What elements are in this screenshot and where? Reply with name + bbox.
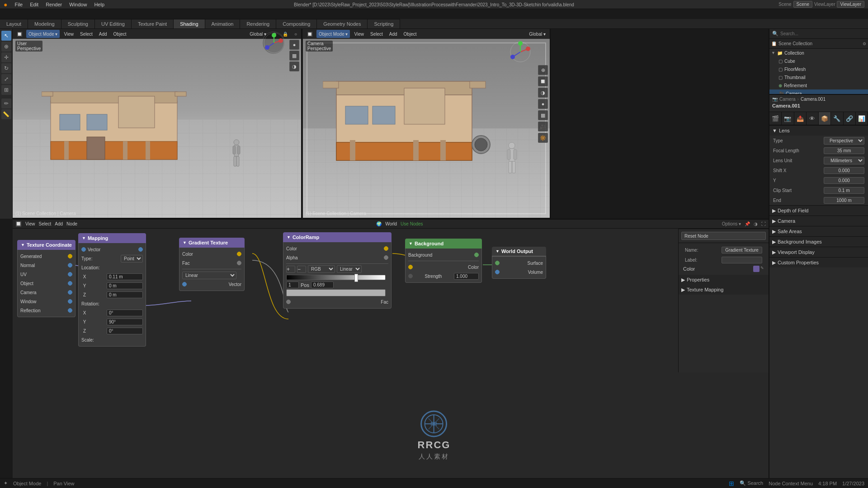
ne-view-btn[interactable]: View <box>25 221 35 226</box>
ne-options[interactable]: Options ▾ <box>722 221 741 226</box>
scene-selector[interactable]: Scene <box>793 1 812 8</box>
node-gradient-type-select[interactable]: Linear <box>182 272 236 279</box>
ne-add-btn[interactable]: Add <box>55 221 63 226</box>
tool-select[interactable]: ↖ <box>1 31 11 41</box>
socket-reflection-out[interactable] <box>68 308 72 313</box>
sc-filter[interactable]: ⚙ <box>863 42 866 46</box>
socket-cr-color-out[interactable] <box>384 246 388 251</box>
node-mapping-type-select[interactable]: Point <box>121 255 143 263</box>
dof-header[interactable]: ▶ Depth of Field <box>769 206 868 216</box>
vp-proportional[interactable]: ○ <box>292 30 299 38</box>
socket-uv-out[interactable] <box>68 272 72 277</box>
vp-add-menu[interactable]: Add <box>97 30 109 38</box>
viewlayer-selector[interactable]: ViewLayer <box>837 1 864 8</box>
np-color-edit[interactable]: ✎ <box>760 266 764 272</box>
cam-tool-4[interactable]: ● <box>538 99 548 109</box>
shift-y-input[interactable]: 0.000 <box>824 177 864 184</box>
node-bg-strength-input[interactable]: 1.000 <box>454 273 479 280</box>
node-gradient-texture[interactable]: ▼ Gradient Texture Color Fac Linear <box>179 238 245 291</box>
cam-tool-1[interactable]: ⊕ <box>538 65 548 75</box>
viewport-3d-left[interactable]: 🔲 Object Mode ▾ View Select Add Object G… <box>13 29 302 219</box>
menu-render[interactable]: Render <box>42 0 66 9</box>
tab-animation[interactable]: Animation <box>205 19 241 28</box>
np-reset-btn[interactable]: Reset Node <box>681 232 766 240</box>
prop-tab-object[interactable]: 📦 <box>819 112 831 125</box>
cr-mode-select[interactable]: Linear <box>337 265 362 273</box>
node-world-output[interactable]: ▼ World Output Surface Volume <box>492 247 546 279</box>
tree-floormesh[interactable]: ▢ FloorMesh <box>769 65 868 73</box>
prop-tab-scene[interactable]: 🎬 <box>769 112 782 125</box>
node-mapping-rot-y-input[interactable] <box>107 319 143 325</box>
tab-shading[interactable]: Shading <box>174 19 205 28</box>
vp-object-mode[interactable]: Object Mode ▾ <box>26 30 60 38</box>
socket-camera-out[interactable] <box>68 290 72 295</box>
cam-tool-3[interactable]: ◑ <box>538 88 548 98</box>
vp-view-menu[interactable]: View <box>61 30 76 38</box>
tab-layout[interactable]: Layout <box>0 19 28 28</box>
socket-object-out[interactable] <box>68 281 72 286</box>
np-texture-mapping-section[interactable]: ▶ Texture Mapping <box>679 285 769 295</box>
tab-compositing[interactable]: Compositing <box>276 19 317 28</box>
vp-object-mode-r[interactable]: Object Mode ▾ <box>316 30 350 38</box>
cr-remove-stop[interactable]: − <box>297 266 306 273</box>
menu-help[interactable]: Help <box>90 0 108 9</box>
cr-stop-pos[interactable]: 0.689 <box>311 282 334 288</box>
taskbar-search[interactable]: 🔍 Search <box>740 480 763 486</box>
ne-use-nodes[interactable]: Use Nodes <box>401 221 423 226</box>
node-tex-coordinate[interactable]: ▼ Texture Coordinate Generated Normal UV… <box>17 240 75 317</box>
prop-tab-data[interactable]: 📊 <box>856 112 868 125</box>
prop-tab-render[interactable]: 📷 <box>782 112 794 125</box>
socket-gradient-color-out[interactable] <box>237 252 241 256</box>
cr-color-preview[interactable] <box>286 289 386 296</box>
bg-images-header[interactable]: ▶ Background Images <box>769 237 868 247</box>
focal-length-input[interactable]: 35 mm <box>824 147 864 154</box>
socket-normal-out[interactable] <box>68 263 72 267</box>
np-label-input[interactable] <box>722 257 762 263</box>
node-mapping-loc-x-input[interactable] <box>107 273 143 280</box>
socket-mapping-vec-out[interactable] <box>138 247 143 252</box>
cam-tool-5[interactable]: ▦ <box>538 110 548 120</box>
vp-view-r[interactable]: View <box>352 30 366 38</box>
cr-add-stop[interactable]: + <box>286 266 295 273</box>
node-color-ramp[interactable]: ▼ ColorRamp Color Alpha + − RG <box>283 232 392 309</box>
vp-add-r[interactable]: Add <box>387 30 400 38</box>
safe-areas-header[interactable]: ▶ Safe Areas <box>769 226 868 236</box>
vp-object-menu[interactable]: Object <box>111 30 129 38</box>
cr-stop-index[interactable] <box>286 282 299 288</box>
ne-world-type[interactable]: 🌍 <box>376 221 382 226</box>
tree-refinement[interactable]: ⊕ Refinement <box>769 81 868 89</box>
menu-file[interactable]: File <box>11 0 26 9</box>
cam-tool-6[interactable]: 🎥 <box>538 122 548 131</box>
ne-node-btn[interactable]: Node <box>66 221 77 226</box>
socket-gradient-fac-out[interactable] <box>237 261 241 265</box>
tool-annotate[interactable]: ✏ <box>1 99 11 108</box>
nav-widget-left[interactable] <box>262 32 285 54</box>
np-properties-section[interactable]: ▶ Properties <box>679 275 769 285</box>
tab-uv[interactable]: UV Editing <box>95 19 132 28</box>
cr-gradient-bar[interactable] <box>286 275 386 280</box>
socket-window-out[interactable] <box>68 299 72 304</box>
ne-editor-type[interactable]: 🔲 <box>15 221 22 227</box>
tab-modeling[interactable]: Modeling <box>28 19 61 28</box>
prop-tab-view[interactable]: 👁 <box>807 112 819 125</box>
viewport-camera[interactable]: 🔲 Object Mode ▾ View Select Add Object G… <box>303 29 551 219</box>
vp-select-r[interactable]: Select <box>368 30 385 38</box>
node-mapping-rot-z-input[interactable] <box>107 328 143 334</box>
socket-wo-surface-in[interactable] <box>495 261 500 265</box>
windows-logo[interactable]: ⊞ <box>729 480 734 487</box>
ne-select-btn[interactable]: Select <box>39 221 52 226</box>
node-mapping-rot-x-input[interactable] <box>107 310 143 316</box>
lens-unit-select[interactable]: Millimeters <box>824 157 864 164</box>
tab-geometry-nodes[interactable]: Geometry Nodes <box>317 19 368 28</box>
blender-logo[interactable]: ● <box>4 1 7 8</box>
clip-start-input[interactable]: 0.1 m <box>824 187 864 194</box>
socket-generated-out[interactable] <box>68 254 72 258</box>
custom-props-header[interactable]: ▶ Custom Properties <box>769 258 868 267</box>
tool-measure[interactable]: 📏 <box>1 109 11 119</box>
socket-bg-out[interactable] <box>474 253 479 257</box>
lens-type-select[interactable]: Perspective <box>824 137 864 145</box>
socket-mapping-vec-in[interactable] <box>81 247 86 252</box>
menu-edit[interactable]: Edit <box>26 0 42 9</box>
vp-editor-type-r[interactable]: 🔲 <box>305 30 315 38</box>
tab-rendering[interactable]: Rendering <box>240 19 276 28</box>
